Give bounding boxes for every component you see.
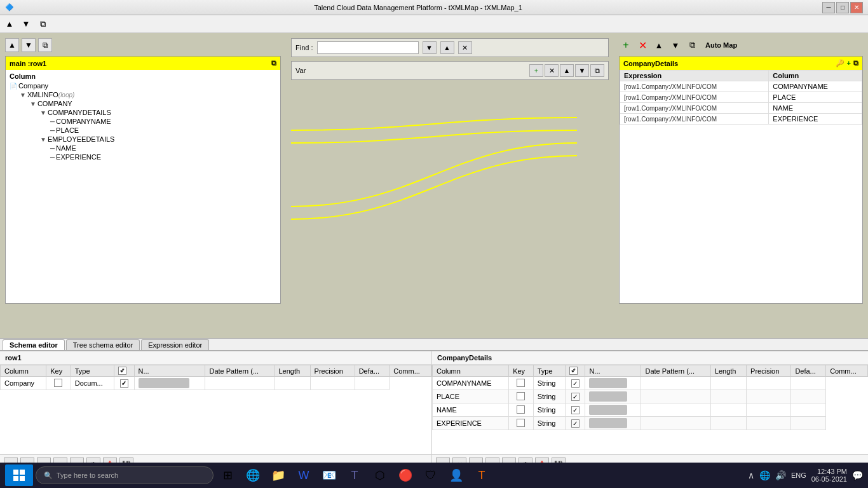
svg-rect-3	[20, 476, 25, 481]
find-input[interactable]	[317, 41, 419, 54]
right-delete-button[interactable]: ✕	[635, 38, 649, 52]
right-add-icon[interactable]: +	[847, 59, 851, 67]
right-panel: + ✕ ▲ ▼ ⧉ Auto Map CompanyDetails 🔑 + ⧉ …	[614, 33, 868, 338]
svg-rect-0	[13, 470, 18, 475]
network-icon[interactable]: 🌐	[759, 470, 770, 480]
var-add-button[interactable]: +	[529, 64, 543, 77]
cell-key	[46, 377, 71, 390]
right-add-button[interactable]: +	[619, 38, 633, 52]
task-view-button[interactable]: ⊞	[216, 464, 239, 486]
bottom-right-table-wrapper: Column Key Type ✓ N... Date Pattern (...…	[432, 365, 868, 454]
bl-col-nullable-text: N...	[134, 365, 205, 377]
expand-icon: ▼	[20, 92, 26, 98]
minimize-button[interactable]: ─	[822, 2, 835, 13]
notification-icon[interactable]: 💬	[852, 470, 863, 480]
find-clear-button[interactable]: ✕	[458, 41, 472, 54]
br-col-comment: Comm...	[826, 365, 868, 377]
cell-length	[641, 390, 710, 403]
clock-date: 06-05-2021	[811, 475, 847, 483]
bl-col-datepattern: Date Pattern (...	[205, 365, 275, 377]
expand-icon-2: ▼	[30, 100, 36, 107]
right-copy-button[interactable]: ⧉	[685, 38, 699, 52]
mapping-canvas	[291, 83, 609, 330]
cell-datepattern	[585, 390, 641, 403]
bl-col-column: Column	[1, 365, 46, 377]
tree-item-place[interactable]: ─ PLACE	[50, 126, 276, 135]
taskbar-right: ∧ 🌐 🔊 ENG 12:43 PM 06-05-2021 💬	[748, 468, 863, 483]
explorer-icon[interactable]: 📁	[267, 464, 290, 486]
copy-button[interactable]: ⧉	[36, 17, 50, 31]
cell-expression: [row1.Company:/XMLINFO/COM	[620, 81, 769, 92]
find-down-button[interactable]: ▼	[423, 41, 437, 54]
auto-map-label: Auto Map	[705, 41, 737, 49]
right-schema-title: CompanyDetails	[623, 60, 678, 67]
bottom-right: CompanyDetails Column Key Type ✓ N... Da…	[432, 351, 868, 474]
cell-nullable: ✓	[566, 377, 585, 390]
column-label: Column	[10, 72, 276, 80]
right-up-button[interactable]: ▲	[652, 38, 666, 52]
tree-item-experience[interactable]: ─ EXPERIENCE	[50, 152, 276, 161]
bottom-left-table-wrapper: Column Key Type ✓ N... Date Pattern (...…	[0, 365, 431, 454]
bottom-content: row1 Column Key Type ✓ N... Date Pattern…	[0, 351, 868, 474]
bl-col-length: Length	[275, 365, 310, 377]
cell-precision	[275, 377, 310, 390]
var-delete-button[interactable]: ✕	[545, 64, 559, 77]
br-col-key: Key	[509, 365, 534, 377]
left-expand-button[interactable]: ⧉	[38, 38, 52, 52]
cell-length	[641, 403, 710, 417]
clock[interactable]: 12:43 PM 06-05-2021	[811, 468, 847, 483]
table-row: [row1.Company:/XMLINFO/COM EXPERIENCE	[620, 114, 862, 125]
tree-item-company-node[interactable]: ▼ COMPANY	[30, 99, 276, 108]
cell-default	[747, 417, 791, 430]
left-up-button[interactable]: ▲	[5, 38, 19, 52]
right-down-button[interactable]: ▼	[668, 38, 682, 52]
left-down-button[interactable]: ▼	[22, 38, 36, 52]
app2-icon[interactable]: 🛡	[419, 464, 442, 486]
chevron-up-icon[interactable]: ∧	[748, 470, 754, 480]
up-button[interactable]: ▲	[3, 17, 17, 31]
tree-item-companydetails[interactable]: ▼ COMPANYDETAILS	[40, 108, 276, 117]
start-button[interactable]	[5, 464, 33, 486]
tree-item-xmlinfo[interactable]: ▼ XMLINFO (loop)	[20, 90, 276, 99]
cell-datepattern	[585, 377, 641, 390]
bottom-left: row1 Column Key Type ✓ N... Date Pattern…	[0, 351, 432, 474]
outlook-icon[interactable]: 📧	[318, 464, 341, 486]
right-schema-header: CompanyDetails 🔑 + ⧉	[620, 57, 862, 70]
table-row: PLACE String ✓	[433, 390, 868, 403]
right-toolbar: + ✕ ▲ ▼ ⧉ Auto Map	[619, 38, 863, 52]
tab-expression-editor[interactable]: Expression editor	[141, 339, 209, 350]
talend-icon[interactable]: T	[470, 464, 493, 486]
word-icon[interactable]: W	[292, 464, 315, 486]
tree-item-name[interactable]: ─ NAME	[50, 144, 276, 152]
tree-item-companyname[interactable]: ─ COMPANYNAME	[50, 117, 276, 126]
close-button[interactable]: ✕	[850, 2, 863, 13]
bl-col-precision: Precision	[310, 365, 355, 377]
app3-icon[interactable]: 👤	[445, 464, 468, 486]
search-bar[interactable]: 🔍 Type here to search	[36, 466, 214, 484]
edge-icon[interactable]: 🌐	[241, 464, 264, 486]
var-down-button[interactable]: ▼	[575, 64, 589, 77]
find-up-button[interactable]: ▲	[440, 41, 454, 54]
br-col-nullable-text: N...	[585, 365, 641, 377]
maximize-button[interactable]: □	[836, 2, 849, 13]
chrome-icon[interactable]: 🔴	[394, 464, 417, 486]
volume-icon[interactable]: 🔊	[775, 470, 786, 480]
tab-schema-editor[interactable]: Schema editor	[3, 339, 65, 350]
cell-default	[747, 403, 791, 417]
tree-item-employeedetails[interactable]: ▼ EMPLOYEEDETAILS	[40, 135, 276, 144]
app1-icon[interactable]: ⬡	[369, 464, 391, 486]
table-row: [row1.Company:/XMLINFO/COM PLACE	[620, 92, 862, 103]
down-button[interactable]: ▼	[19, 17, 33, 31]
table-row: COMPANYNAME String ✓	[433, 377, 868, 390]
cell-expression: [row1.Company:/XMLINFO/COM	[620, 114, 769, 125]
var-copy-button[interactable]: ⧉	[590, 64, 604, 77]
cell-nullable: ✓	[114, 377, 134, 390]
expr-header: Expression	[620, 71, 769, 81]
var-up-button[interactable]: ▲	[560, 64, 574, 77]
right-copy-icon[interactable]: ⧉	[853, 59, 858, 67]
bottom-left-title: row1	[0, 351, 431, 365]
tab-tree-schema-editor[interactable]: Tree schema editor	[66, 339, 140, 350]
tree-item-company[interactable]: 📄 Company	[10, 81, 276, 90]
left-schema-title: main :row1	[10, 60, 46, 67]
teams-icon[interactable]: T	[343, 464, 366, 486]
